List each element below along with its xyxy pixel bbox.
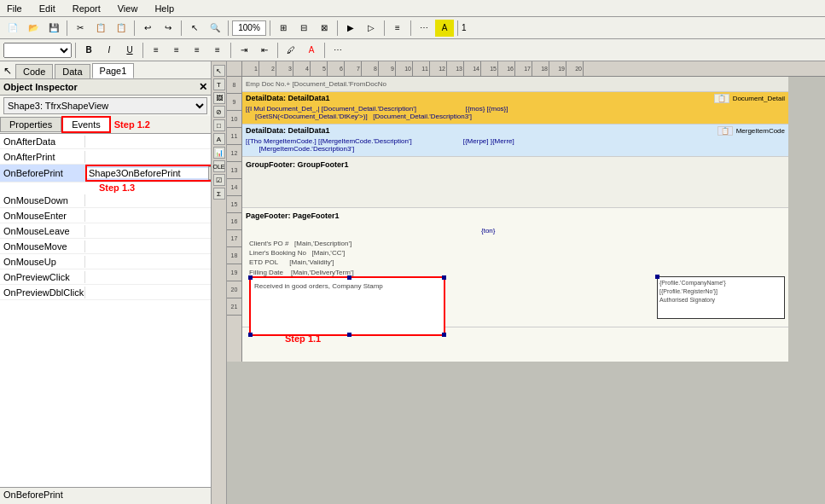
tool-text[interactable]: T (213, 78, 225, 90)
font-select[interactable] (3, 43, 72, 58)
event-value-onpreviewdblclick[interactable] (85, 292, 211, 293)
align-btn[interactable]: ⊠ (315, 20, 334, 37)
grid2-btn[interactable]: ⊟ (294, 20, 313, 37)
menu-view[interactable]: View (114, 2, 142, 15)
tool-select[interactable]: ↖ (213, 65, 225, 77)
tool-line[interactable]: ⊘ (213, 106, 225, 118)
event-name-onmouseup: OnMouseUp (0, 256, 85, 268)
event-value-onmouseup[interactable] (85, 261, 211, 263)
event-name-onpreviewdblclick: OnPreviewDblClick (0, 287, 85, 298)
footer-booking: Liner's Booking No [Main,'CC'] (249, 248, 354, 258)
more2-btn[interactable]: ⋯ (328, 42, 347, 59)
run-btn[interactable]: ▷ (362, 20, 381, 37)
ruler-row: 1 2 3 4 5 6 7 8 9 10 11 12 13 14 15 16 1… (227, 61, 825, 77)
align-center-btn[interactable]: ≡ (167, 42, 186, 59)
handle-tl (248, 275, 253, 280)
indent-btn[interactable]: ⇥ (235, 42, 253, 59)
vtick-8: 8 (227, 77, 241, 94)
copy-btn[interactable]: 📋 (91, 20, 110, 37)
save-btn[interactable]: 💾 (44, 20, 63, 37)
tool-sum[interactable]: Σ (213, 188, 225, 200)
new-btn[interactable]: 📄 (3, 20, 22, 37)
menubar: File Edit Report View Help (0, 0, 825, 17)
tick-20: 20 (566, 61, 584, 76)
event-value-onmousedown[interactable] (85, 200, 211, 201)
prop-tab-properties[interactable]: Properties (0, 117, 61, 132)
zoom-in-btn[interactable]: 🔍 (206, 20, 224, 37)
event-value-onmousemove[interactable] (85, 246, 211, 247)
vtick-16: 16 (227, 213, 241, 230)
outdent-btn[interactable]: ⇤ (255, 42, 274, 59)
shape-box[interactable]: Received in good orders, Company Stamp (249, 276, 445, 336)
menu-file[interactable]: File (3, 2, 26, 15)
menu-report[interactable]: Report (69, 2, 104, 15)
paste-btn[interactable]: 📋 (112, 20, 131, 37)
align-justify-btn[interactable]: ≡ (208, 42, 227, 59)
detail2-band: DetailData: DetailData1 📋 MergeItemCode … (242, 125, 788, 157)
open-btn[interactable]: 📂 (24, 20, 43, 37)
tool-check[interactable]: ☑ (213, 174, 225, 186)
event-row-onmouseup: OnMouseUp (0, 254, 211, 269)
toolbar2: B I U ≡ ≡ ≡ ≡ ⇥ ⇤ 🖊 A ⋯ (0, 39, 825, 61)
inspector-close-btn[interactable]: ✕ (199, 81, 207, 93)
ton-text: {ton} (481, 227, 495, 235)
vtick-9: 9 (227, 94, 241, 111)
event-row-onbeforeprint: OnBeforePrint ▼ (0, 165, 211, 182)
prop-tab-events[interactable]: Events (61, 116, 111, 133)
tab-page1[interactable]: Page1 (92, 63, 135, 78)
event-dropdown-btn[interactable]: ▼ (208, 166, 211, 180)
italic-btn[interactable]: I (100, 42, 119, 59)
design-area[interactable]: 1 2 3 4 5 6 7 8 9 10 11 12 13 14 15 16 1… (227, 61, 825, 504)
underline-btn[interactable]: U (120, 42, 139, 59)
highlight-btn[interactable]: 🖊 (282, 42, 300, 59)
detail1-label: DetailData: DetailData1 (246, 94, 330, 102)
align-left-btn[interactable]: ≡ (147, 42, 166, 59)
shape-select[interactable]: Shape3: TfrxShapeView (3, 97, 207, 114)
menu-help[interactable]: Help (151, 2, 177, 15)
detail1-datasource-container: 📋 Document_Detail (714, 94, 785, 103)
band-btn[interactable]: ≡ (388, 20, 407, 37)
tool-rect[interactable]: □ (213, 119, 225, 131)
select-btn[interactable]: ↖ (185, 20, 204, 37)
tab-data[interactable]: Data (55, 64, 90, 78)
event-value-onafterdata[interactable] (85, 141, 211, 142)
cut-btn[interactable]: ✂ (71, 20, 90, 37)
event-value-onpreviewclick[interactable] (85, 276, 211, 278)
grid-btn[interactable]: ⊞ (274, 20, 293, 37)
bold-btn[interactable]: B (79, 42, 98, 59)
event-name-onafterdata: OnAfterData (0, 136, 85, 148)
event-value-onbeforeprint-container: ▼ (85, 165, 211, 182)
step11-label: Step 1.1 (285, 333, 321, 344)
font-color-btn[interactable]: A (302, 42, 321, 59)
color-btn[interactable]: A (435, 20, 454, 37)
sig-handle-tl (655, 275, 659, 279)
event-value-onafterprint[interactable] (85, 156, 211, 158)
detail2-datasource-icon: 📋 (718, 126, 733, 136)
redo-btn[interactable]: ↪ (159, 20, 177, 37)
tool-chart[interactable]: 📊 (213, 147, 225, 159)
event-name-onmouseenter: OnMouseEnter (0, 210, 85, 222)
event-value-onbeforeprint-input[interactable] (87, 168, 208, 178)
menu-edit[interactable]: Edit (36, 2, 59, 15)
preview-btn[interactable]: ▶ (341, 20, 360, 37)
tab-code[interactable]: Code (15, 64, 53, 78)
zoom-input[interactable]: 100% (232, 20, 266, 36)
tool-a[interactable]: A (213, 133, 225, 145)
detail1-band: DetailData: DetailData1 📋 Document_Detai… (242, 92, 788, 125)
footer-po: Client's PO # [Main,'Description'] (249, 239, 354, 248)
undo-btn[interactable]: ↩ (138, 20, 157, 37)
more-btn[interactable]: ⋯ (415, 20, 433, 37)
event-value-onmouseenter[interactable] (85, 215, 211, 217)
prop-tabs-row: Properties Events Step 1.2 (0, 116, 211, 134)
align-right-btn[interactable]: ≡ (188, 42, 206, 59)
tick-7: 7 (345, 61, 362, 76)
tool-ole[interactable]: OLE (213, 160, 225, 172)
event-row-onpreviewdblclick: OnPreviewDblClick (0, 285, 211, 300)
vtick-14: 14 (227, 179, 241, 196)
event-name-onafterprint: OnAfterPrint (0, 151, 85, 163)
tool-image[interactable]: 🖼 (213, 92, 225, 104)
vtick-19: 19 (227, 264, 241, 281)
tabs-bar: ↖ Code Data Page1 (0, 61, 211, 79)
event-value-onmouseleave[interactable] (85, 230, 211, 232)
tick-4: 4 (293, 61, 311, 76)
